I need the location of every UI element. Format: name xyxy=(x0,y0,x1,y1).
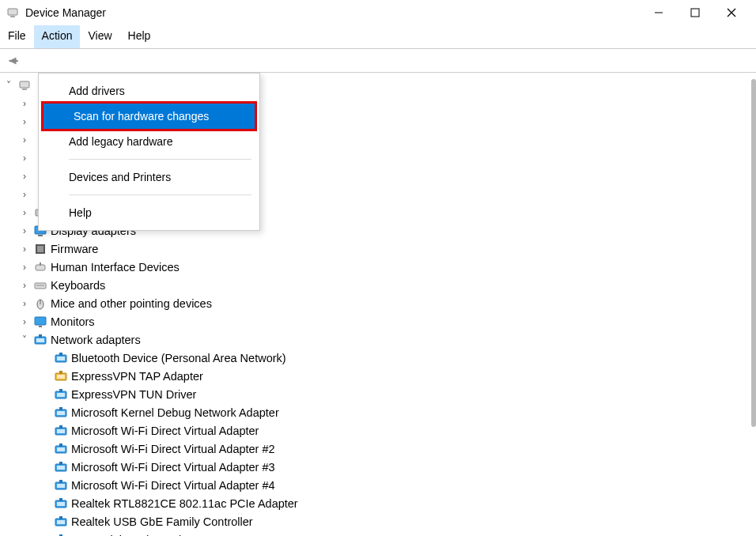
tree-category-keyboards[interactable]: › Keyboards xyxy=(0,276,756,294)
menu-separator xyxy=(69,159,251,160)
tree-category-label: Monitors xyxy=(51,313,95,330)
netadapter-icon xyxy=(54,442,68,456)
chevron-down-icon[interactable]: ˅ xyxy=(19,331,30,349)
chevron-right-icon[interactable]: › xyxy=(19,240,30,258)
tree-device[interactable]: Microsoft Wi-Fi Direct Virtual Adapter #… xyxy=(0,440,756,458)
menu-item-add-legacy-hardware[interactable]: Add legacy hardware xyxy=(39,129,259,154)
device-tree-pane: ˅ › › › › › › › Disk drives › Display ad… xyxy=(0,73,756,536)
netadapter-icon xyxy=(54,351,68,365)
tree-device[interactable]: Microsoft Kernel Debug Network Adapter xyxy=(0,403,756,421)
tree-device[interactable]: Microsoft Wi-Fi Direct Virtual Adapter xyxy=(0,421,756,440)
back-button[interactable] xyxy=(3,51,22,70)
tree-category-hid[interactable]: › Human Interface Devices xyxy=(0,258,756,276)
computer-icon xyxy=(17,78,32,92)
tree-category-firmware[interactable]: › Firmware xyxy=(0,240,756,258)
scrollbar-thumb[interactable] xyxy=(751,79,756,427)
tree-device-label: Realtek USB GbE Family Controller xyxy=(71,513,253,530)
tree-device[interactable]: Microsoft Wi-Fi Direct Virtual Adapter #… xyxy=(0,458,756,476)
tree-device[interactable]: ExpressVPN TUN Driver xyxy=(0,385,756,403)
tree-category-monitors[interactable]: › Monitors xyxy=(0,312,756,330)
menu-item-help[interactable]: Help xyxy=(39,200,259,225)
tree-device[interactable]: ExpressVPN TAP Adapter xyxy=(0,367,756,385)
keyboard-icon xyxy=(33,278,47,293)
toolbar xyxy=(0,49,756,73)
netadapter-icon xyxy=(54,406,68,420)
tree-category-label: Human Interface Devices xyxy=(51,259,180,276)
network-icon xyxy=(33,333,47,347)
netadapter-icon xyxy=(54,496,68,511)
close-button[interactable] xyxy=(713,0,750,25)
tree-device-label: Microsoft Kernel Debug Network Adapter xyxy=(71,404,279,421)
chevron-right-icon[interactable]: › xyxy=(19,186,30,203)
tree-device-label: Microsoft Wi-Fi Direct Virtual Adapter #… xyxy=(71,477,275,494)
netadapter-alt-icon xyxy=(54,369,68,383)
chevron-right-icon[interactable]: › xyxy=(19,313,30,330)
chevron-right-icon[interactable]: › xyxy=(19,295,30,312)
chevron-right-icon[interactable]: › xyxy=(19,131,30,149)
chevron-right-icon[interactable]: › xyxy=(19,168,30,185)
tree-category-label: Network adapters xyxy=(51,331,141,349)
firmware-icon xyxy=(33,242,47,256)
tree-device[interactable]: Bluetooth Device (Personal Area Network) xyxy=(0,349,756,367)
tree-device-label: ExpressVPN TAP Adapter xyxy=(71,368,203,385)
chevron-right-icon[interactable]: › xyxy=(19,204,30,221)
chevron-right-icon[interactable]: › xyxy=(19,149,30,167)
tree-device-label: Bluetooth Device (Personal Area Network) xyxy=(71,349,286,367)
tree-device-label: Realtek RTL8821CE 802.11ac PCIe Adapter xyxy=(71,495,298,512)
maximize-button[interactable] xyxy=(677,0,713,25)
netadapter-icon xyxy=(54,424,68,438)
monitor-icon xyxy=(33,315,47,329)
netadapter-icon xyxy=(54,387,68,402)
tree-category-label: Mice and other pointing devices xyxy=(51,295,212,312)
chevron-right-icon[interactable]: › xyxy=(19,95,30,112)
menu-item-devices-and-printers[interactable]: Devices and Printers xyxy=(39,164,259,190)
svg-rect-27 xyxy=(691,9,699,17)
tree-device-label: ExpressVPN TUN Driver xyxy=(71,386,196,403)
tree-category-label: Firmware xyxy=(51,240,98,258)
hid-icon xyxy=(33,260,47,274)
chevron-down-icon[interactable]: ˅ xyxy=(3,77,14,94)
app-icon xyxy=(6,6,19,19)
minimize-button[interactable] xyxy=(641,0,677,25)
tree-device[interactable]: Realtek USB GbE Family Controller xyxy=(0,512,756,530)
tree-category-label: Keyboards xyxy=(51,277,105,294)
vertical-scrollbar[interactable] xyxy=(750,73,756,536)
chevron-right-icon[interactable]: › xyxy=(19,222,30,240)
tree-device-label: WAN Miniport (IKEv2) xyxy=(71,531,183,537)
chevron-right-icon[interactable]: › xyxy=(19,277,30,294)
menu-item-scan-hardware-changes[interactable]: Scan for hardware changes xyxy=(43,104,255,129)
tree-device-label: Microsoft Wi-Fi Direct Virtual Adapter #… xyxy=(71,459,275,476)
menu-file[interactable]: File xyxy=(0,25,34,48)
chevron-right-icon[interactable]: › xyxy=(19,113,30,130)
netadapter-icon xyxy=(54,460,68,474)
netadapter-icon xyxy=(54,515,68,529)
chevron-right-icon[interactable]: › xyxy=(19,259,30,276)
netadapter-icon xyxy=(54,533,68,537)
menu-action[interactable]: Action xyxy=(34,25,81,48)
menu-bar: File Action View Help xyxy=(0,25,756,49)
tree-device[interactable]: Realtek RTL8821CE 802.11ac PCIe Adapter xyxy=(0,494,756,512)
tree-category-network-adapters[interactable]: ˅ Network adapters xyxy=(0,330,756,349)
tree-device-label: Microsoft Wi-Fi Direct Virtual Adapter xyxy=(71,422,259,440)
menu-help[interactable]: Help xyxy=(120,25,159,48)
window-title: Device Manager xyxy=(25,6,106,19)
tree-device[interactable]: Microsoft Wi-Fi Direct Virtual Adapter #… xyxy=(0,476,756,494)
menu-item-add-drivers[interactable]: Add drivers xyxy=(39,78,259,104)
title-bar: Device Manager xyxy=(0,0,756,25)
menu-view[interactable]: View xyxy=(80,25,119,48)
tree-category-mice[interactable]: › Mice and other pointing devices xyxy=(0,294,756,312)
tree-device[interactable]: WAN Miniport (IKEv2) xyxy=(0,530,756,536)
menu-separator xyxy=(69,194,251,195)
mouse-icon xyxy=(33,296,47,311)
tree-device-label: Microsoft Wi-Fi Direct Virtual Adapter #… xyxy=(71,440,275,458)
action-menu-dropdown: Add drivers Scan for hardware changes Ad… xyxy=(38,73,260,231)
netadapter-icon xyxy=(54,478,68,493)
